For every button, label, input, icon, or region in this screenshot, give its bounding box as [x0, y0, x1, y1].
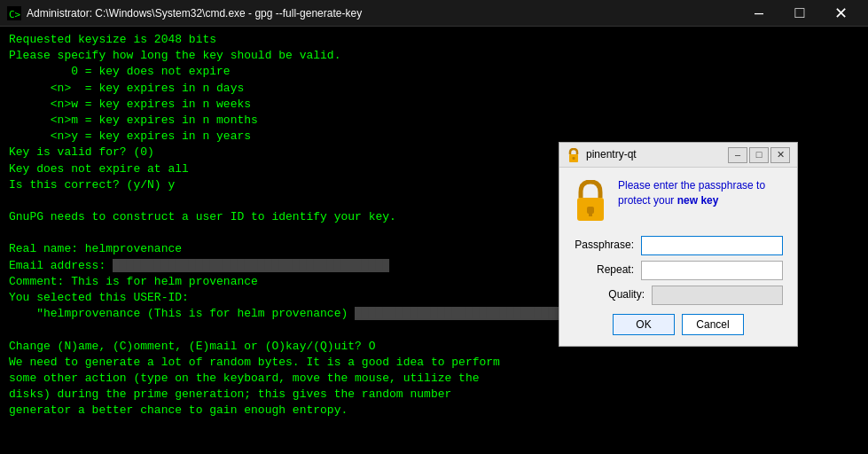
- quality-bar: [652, 286, 783, 305]
- dialog-message-line1: Please enter the passphrase to: [618, 179, 765, 192]
- window-controls: – □ ✕: [739, 0, 861, 27]
- repeat-row: Repeat:: [574, 261, 783, 280]
- ok-button[interactable]: OK: [613, 314, 675, 335]
- passphrase-input[interactable]: [641, 236, 783, 255]
- big-lock-icon: [574, 180, 607, 225]
- quality-row: Quality:: [574, 286, 783, 305]
- dialog-title-controls: – □ ✕: [728, 147, 790, 163]
- window-title: Administrator: C:\Windows\System32\cmd.e…: [27, 7, 739, 20]
- passphrase-row: Passphrase:: [574, 236, 783, 255]
- title-bar: C> Administrator: C:\Windows\System32\cm…: [0, 0, 868, 27]
- dialog-message-line2: protect your: [618, 194, 677, 207]
- dialog-title: pinentry-qt: [586, 147, 728, 162]
- dialog-message: Please enter the passphrase to protect y…: [618, 178, 765, 208]
- dialog-body: Please enter the passphrase to protect y…: [559, 168, 797, 346]
- svg-rect-6: [589, 212, 592, 216]
- cmd-icon: C>: [7, 6, 21, 20]
- quality-label: Quality:: [574, 287, 645, 302]
- cancel-button[interactable]: Cancel: [682, 314, 744, 335]
- dialog-minimize-button[interactable]: –: [728, 147, 747, 163]
- passphrase-label: Passphrase:: [574, 238, 634, 253]
- svg-rect-3: [573, 157, 575, 160]
- svg-text:C>: C>: [9, 9, 21, 20]
- close-button[interactable]: ✕: [820, 0, 861, 27]
- terminal-window: Requested keysize is 2048 bits Please sp…: [0, 27, 868, 454]
- dialog-buttons: OK Cancel: [574, 314, 783, 335]
- dialog-title-bar: pinentry-qt – □ ✕: [559, 143, 797, 168]
- minimize-button[interactable]: –: [739, 0, 779, 27]
- repeat-label: Repeat:: [574, 262, 634, 278]
- dialog-close-button[interactable]: ✕: [770, 147, 790, 163]
- pinentry-dialog: pinentry-qt – □ ✕: [559, 142, 798, 347]
- dialog-icon-row: Please enter the passphrase to protect y…: [574, 178, 783, 225]
- dialog-lock-icon: [567, 148, 581, 162]
- maximize-button[interactable]: □: [779, 0, 820, 27]
- dialog-message-highlight: new key: [677, 194, 719, 207]
- dialog-maximize-button[interactable]: □: [749, 147, 769, 163]
- repeat-input[interactable]: [641, 261, 783, 280]
